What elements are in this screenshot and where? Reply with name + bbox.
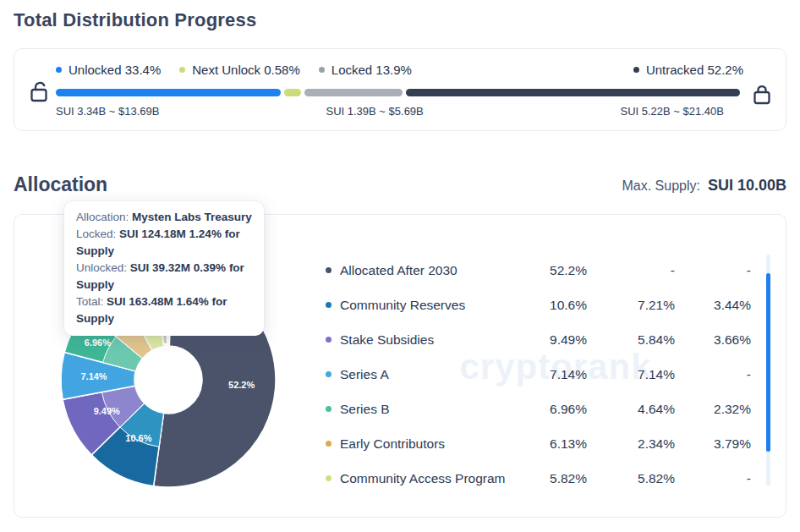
legend-item-next-unlock: Next Unlock 0.58% (179, 63, 300, 77)
unlocked-percent: 2.34% (587, 436, 675, 452)
table-row[interactable]: Allocated After 2030 52.2% - - (326, 253, 751, 288)
locked-dot-icon (319, 67, 325, 73)
locked-percent: - (675, 471, 751, 486)
legend-item-untracked: Untracked 52.2% (633, 63, 743, 77)
allocation-title: Allocation (14, 173, 107, 196)
legend-item-locked: Locked 13.9% (319, 63, 412, 77)
table-row[interactable]: Series B 6.96% 4.64% 2.32% (326, 392, 751, 426)
legend-item-label: Next Unlock 0.58% (192, 63, 300, 77)
table-row[interactable]: Series A 7.14% 7.14% - (326, 357, 751, 392)
table-row[interactable]: Stake Subsidies 9.49% 5.84% 3.66% (326, 322, 751, 357)
pie-slice-label: 9.49% (94, 406, 120, 416)
bar-segment-next-unlock[interactable] (284, 89, 301, 96)
table-scrollbar[interactable] (766, 255, 770, 485)
total-percent: 6.96% (509, 402, 587, 417)
max-supply: Max. Supply: SUI 10.00B (622, 177, 786, 195)
locked-percent: 3.66% (675, 332, 751, 348)
unlocked-percent: 5.84% (587, 332, 675, 348)
allocation-dot-icon (326, 267, 332, 273)
tooltip-row: Locked: SUI 124.18M 1.24% for Supply (76, 226, 252, 260)
locked-padlock-icon (751, 82, 773, 106)
locked-percent: 3.79% (675, 436, 751, 452)
legend-item-label: Unlocked 33.4% (68, 63, 161, 77)
bar-segment-untracked[interactable] (406, 89, 740, 96)
legend-item-label: Locked 13.9% (332, 63, 412, 77)
locked-percent: 3.44% (675, 298, 751, 313)
allocation-dot-icon (326, 337, 332, 343)
pie-slice-label: 10.6% (125, 433, 151, 443)
unlocked-percent: 4.64% (587, 402, 675, 417)
allocation-name: Stake Subsidies (340, 332, 434, 348)
total-percent: 5.82% (509, 471, 587, 486)
allocation-name: Series A (340, 367, 389, 382)
allocation-dot-icon (326, 475, 332, 481)
allocation-name: Allocated After 2030 (340, 263, 458, 278)
unlocked-percent: - (587, 263, 675, 278)
total-percent: 6.13% (509, 436, 587, 452)
progress-legend: Unlocked 33.4% Next Unlock 0.58% Locked … (56, 63, 743, 77)
locked-percent: - (675, 367, 751, 382)
scrollbar-thumb[interactable] (766, 273, 770, 452)
unlocked-amount: SUI 3.34B ~ $13.69B (56, 105, 160, 118)
table-row[interactable]: Community Reserves 10.6% 7.21% 3.44% (326, 288, 751, 322)
unlocked-dot-icon (56, 67, 62, 73)
total-percent: 7.14% (509, 367, 587, 382)
table-row[interactable]: Community Access Program 5.82% 5.82% - (326, 461, 751, 496)
pie-slice-label: 7.14% (80, 371, 107, 381)
total-percent: 10.6% (509, 298, 587, 313)
allocation-name: Series B (340, 402, 390, 417)
tooltip-row: Allocation: Mysten Labs Treasury (76, 209, 252, 226)
progress-amounts: SUI 3.34B ~ $13.69B SUI 1.39B ~ $5.69B S… (56, 105, 743, 120)
page-title: Total Distribution Progress (14, 9, 256, 31)
total-percent: 9.49% (509, 332, 587, 348)
allocation-name: Early Contributors (340, 436, 445, 452)
table-row[interactable]: Early Contributors 6.13% 2.34% 3.79% (326, 426, 751, 461)
legend-item-unlocked: Unlocked 33.4% (56, 63, 161, 77)
max-supply-label: Max. Supply: (622, 178, 699, 194)
bar-segment-locked[interactable] (304, 89, 402, 96)
untracked-amount: SUI 5.22B ~ $21.40B (620, 105, 724, 118)
chart-tooltip: Allocation: Mysten Labs Treasury Locked:… (64, 201, 264, 336)
allocation-header: Allocation Max. Supply: SUI 10.00B (14, 173, 786, 199)
total-percent: 52.2% (509, 263, 587, 278)
tooltip-row: Total: SUI 163.48M 1.64% for Supply (76, 293, 252, 327)
unlocked-percent: 7.21% (587, 298, 675, 313)
pie-slice-label: 52.2% (228, 380, 255, 390)
locked-percent: 2.32% (675, 402, 751, 417)
unlocked-percent: 5.82% (587, 471, 675, 486)
legend-item-label: Untracked 52.2% (646, 63, 743, 77)
locked-percent: - (675, 263, 751, 278)
unlocked-percent: 7.14% (587, 367, 675, 382)
page: Total Distribution Progress Unlocked 33.… (0, 0, 800, 532)
allocation-card: cryptorank 52.2%10.6%9.49%7.14%6.96%6.13… (14, 214, 786, 518)
unlocked-padlock-icon (28, 80, 50, 103)
allocation-name: Community Access Program (340, 471, 506, 486)
max-supply-value: SUI 10.00B (708, 177, 786, 195)
tooltip-row: Unlocked: SUI 39.32M 0.39% for Supply (76, 260, 252, 293)
allocation-dot-icon (326, 302, 332, 308)
allocation-dot-icon (326, 406, 332, 412)
allocation-name: Community Reserves (340, 298, 465, 313)
distribution-progress-card: Unlocked 33.4% Next Unlock 0.58% Locked … (14, 48, 786, 131)
allocation-dot-icon (326, 371, 332, 377)
locked-amount: SUI 1.39B ~ $5.69B (326, 105, 424, 118)
bar-segment-unlocked[interactable] (56, 89, 281, 96)
untracked-dot-icon (633, 67, 639, 73)
pie-slice-label: 6.96% (85, 337, 111, 348)
next-unlock-dot-icon (179, 67, 185, 73)
allocation-table: Allocated After 2030 52.2% - - Community… (326, 253, 751, 496)
allocation-dot-icon (326, 441, 332, 447)
distribution-progress-bar[interactable] (56, 89, 743, 96)
